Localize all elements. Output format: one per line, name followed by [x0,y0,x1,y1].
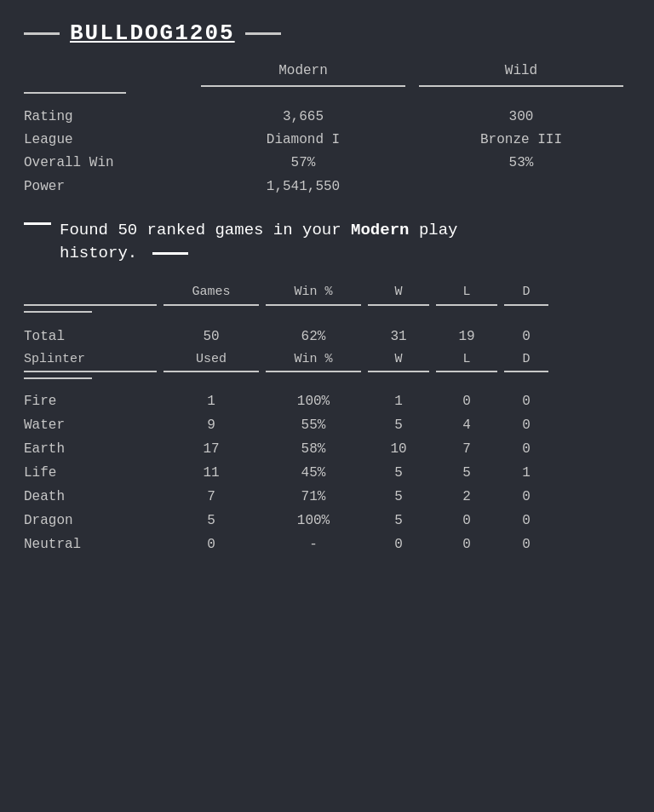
splinter-w-neutral: 0 [364,533,433,556]
splinter-name-neutral: Neutral [24,533,160,556]
splinter-d-death: 0 [501,485,552,509]
stats-divider-modern [201,85,405,87]
val-rating-wild: 300 [412,106,630,129]
td-6 [504,304,548,306]
splinter-w-life: 5 [364,461,433,485]
splinter-used-earth: 17 [160,437,262,461]
splinter-d-life: 1 [501,461,552,485]
page-container: BULLDOG1205 Modern Wild Rating 3,665 300… [24,20,630,556]
found-text-history: history. [60,244,137,262]
splinter-row-earth: Earth 17 58% 10 7 0 [24,437,630,461]
total-label: Total [24,325,160,348]
header-line-right [245,32,281,35]
stats-columns-header: Modern Wild [24,63,630,78]
splinter-w-dragon: 5 [364,509,433,533]
val-power-modern: 1,541,550 [194,176,412,199]
col-wild-label: Wild [412,63,630,78]
val-win-modern: 57% [194,152,412,175]
splinter-dividers [24,371,630,372]
stats-divider-short [24,92,126,94]
col-header-l: L [433,285,501,299]
col-header-empty [24,285,160,299]
splinter-d-dragon: 0 [501,509,552,533]
val-league-wild: Bronze III [412,129,630,152]
found-text-part2: play [409,221,457,239]
label-power: Power [24,176,194,199]
splinter-winpct-fire: 100% [262,389,364,413]
stats-row-win: Overall Win 57% 53% [24,152,630,175]
total-d: 0 [501,325,552,348]
splinter-d-fire: 0 [501,389,552,413]
val-league-modern: Diamond I [194,129,412,152]
col-header-games: Games [160,285,262,299]
td-4 [368,304,429,306]
splinter-row-fire: Fire 1 100% 1 0 0 [24,389,630,413]
found-line-icon [24,222,51,225]
splinter-winpct-water: 55% [262,413,364,437]
splinter-row-life: Life 11 45% 5 5 1 [24,461,630,485]
splinter-header-name: Splinter [24,348,160,371]
splinter-name-fire: Fire [24,389,160,413]
stats-section: Modern Wild Rating 3,665 300 League Diam… [24,63,630,199]
col-modern-label: Modern [194,63,412,78]
sd-3 [266,371,361,372]
splinter-l-fire: 0 [433,389,501,413]
splinter-d-neutral: 0 [501,533,552,556]
stats-divider-wild [419,85,623,87]
val-rating-modern: 3,665 [194,106,412,129]
splinter-w-death: 5 [364,485,433,509]
splinter-l-life: 5 [433,461,501,485]
header-line-left [24,32,60,35]
splinter-subheader: Splinter Used Win % W L D [24,348,630,371]
splinter-winpct-death: 71% [262,485,364,509]
label-overall-win: Overall Win [24,152,194,175]
table-header-row: Games Win % W L D [24,285,630,304]
found-icon-bar [24,222,51,225]
splinter-winpct-life: 45% [262,461,364,485]
page-title: BULLDOG1205 [70,20,235,46]
splinter-used-water: 9 [160,413,262,437]
splinter-short-divider [24,377,92,379]
stats-row-rating: Rating 3,665 300 [24,106,630,129]
splinter-used-dragon: 5 [160,509,262,533]
splinter-used-death: 7 [160,485,262,509]
splinter-name-water: Water [24,413,160,437]
stats-row-power: Power 1,541,550 [24,176,630,199]
splinter-row-water: Water 9 55% 5 4 0 [24,413,630,437]
splinter-w-water: 5 [364,413,433,437]
table-short-divider [24,311,92,313]
splinter-name-dragon: Dragon [24,509,160,533]
total-l: 19 [433,325,501,348]
td-3 [266,304,361,306]
splinter-d-earth: 0 [501,437,552,461]
splinter-l-dragon: 0 [433,509,501,533]
col-header-d: D [501,285,552,299]
val-power-wild [412,176,630,199]
stats-row-league: League Diamond I Bronze III [24,129,630,152]
splinter-w-fire: 1 [364,389,433,413]
header: BULLDOG1205 [24,20,630,46]
sd-5 [436,371,497,372]
total-win-pct: 62% [262,325,364,348]
sd-1 [24,371,157,372]
splinter-row-dragon: Dragon 5 100% 5 0 0 [24,509,630,533]
splinter-name-earth: Earth [24,437,160,461]
found-message: Found 50 ranked games in your Modern pla… [24,219,630,266]
found-text: Found 50 ranked games in your Modern pla… [60,219,630,266]
found-trailing-bar [152,252,188,255]
sd-4 [368,371,429,372]
sd-6 [504,371,548,372]
found-text-bold: Modern [351,221,409,239]
splinter-l-death: 2 [433,485,501,509]
splinter-name-life: Life [24,461,160,485]
splinter-w-earth: 10 [364,437,433,461]
splinter-winpct-dragon: 100% [262,509,364,533]
total-w: 31 [364,325,433,348]
splinter-d-water: 0 [501,413,552,437]
stats-dividers [24,85,630,87]
total-games: 50 [160,325,262,348]
td-2 [164,304,259,306]
stats-rows: Rating 3,665 300 League Diamond I Bronze… [24,106,630,199]
splinter-name-death: Death [24,485,160,509]
found-text-part1: Found 50 ranked games in your [60,221,351,239]
